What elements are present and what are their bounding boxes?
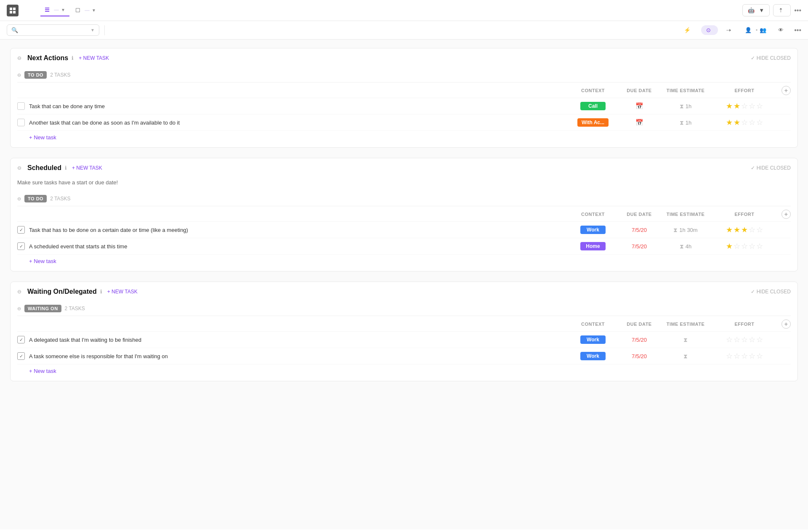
star-empty: ☆ <box>749 351 755 361</box>
task-checkbox-t6[interactable]: ✓ <box>17 352 25 360</box>
task-due-date-t6[interactable]: 7/5/20 <box>618 353 660 359</box>
check-icon: ✓ <box>751 165 755 171</box>
task-checkbox-t2[interactable] <box>17 119 25 126</box>
star-empty: ☆ <box>749 101 755 111</box>
timer-icon: ⧗ <box>680 243 684 250</box>
star-empty: ☆ <box>734 335 740 344</box>
task-due-date-t2[interactable]: 📅 <box>618 119 660 126</box>
task-context-t3[interactable]: Work <box>568 226 618 234</box>
task-checkbox-t3[interactable]: ✓ <box>17 226 25 234</box>
show-button[interactable]: 👁 <box>775 25 789 35</box>
automate-button[interactable]: 🤖 ▼ <box>742 4 770 16</box>
check-icon: ✓ <box>751 289 755 295</box>
new-task-link-todo-2[interactable]: + New task <box>17 255 791 264</box>
toolbar-divider <box>104 25 105 35</box>
automate-icon: 🤖 <box>748 7 755 13</box>
section-header-waiting: ⊖ Waiting On/Delegated ℹ + NEW TASK ✓ HI… <box>11 282 797 301</box>
section-waiting: ⊖ Waiting On/Delegated ℹ + NEW TASK ✓ HI… <box>10 282 798 381</box>
task-effort-t5[interactable]: ☆☆☆☆☆ <box>711 335 778 344</box>
tab-guide[interactable]: ☐ ▼ <box>71 5 100 16</box>
star-empty: ☆ <box>741 242 748 251</box>
section-toggle-scheduled[interactable]: ⊖ <box>17 165 24 171</box>
section-header-next-actions: ⊖ Next Actions ℹ + NEW TASK ✓ HIDE CLOSE… <box>11 48 797 68</box>
star-empty: ☆ <box>756 225 763 234</box>
group-toggle-todo-2[interactable]: ⊖ <box>17 196 21 202</box>
section-hide-closed-scheduled[interactable]: ✓ HIDE CLOSED <box>751 165 791 171</box>
filter-button[interactable]: ⚡ <box>680 25 696 35</box>
svg-rect-3 <box>13 11 16 13</box>
task-time-estimate-t4: ⧗ 4h <box>660 243 711 250</box>
group-toggle-todo-1[interactable]: ⊖ <box>17 72 21 78</box>
task-effort-t6[interactable]: ☆☆☆☆☆ <box>711 351 778 361</box>
section-toggle-waiting[interactable]: ⊖ <box>17 289 24 295</box>
task-context-t6[interactable]: Work <box>568 352 618 360</box>
task-context-t1[interactable]: Call <box>568 102 618 110</box>
task-checkbox-t4[interactable]: ✓ <box>17 242 25 250</box>
task-time-estimate-t5: ⧗ <box>660 336 711 343</box>
task-due-date-t3[interactable]: 7/5/20 <box>618 227 660 233</box>
tab-home[interactable]: ☰ ▼ <box>40 4 69 16</box>
task-row-t2: Another task that can be done as soon as… <box>17 114 791 131</box>
star-empty: ☆ <box>726 351 733 361</box>
me-button[interactable]: 👤 • 👥 <box>742 25 770 35</box>
task-checkbox-t5[interactable]: ✓ <box>17 336 25 343</box>
task-due-date-t1[interactable]: 📅 <box>618 102 660 110</box>
more-options-icon[interactable]: ••• <box>794 7 801 14</box>
task-context-t4[interactable]: Home <box>568 242 618 250</box>
task-group-waiting-1: ⊖ WAITING ON 2 TASKS CONTEXT DUE DATE TI… <box>11 301 797 381</box>
new-task-link-waiting-1[interactable]: + New task <box>17 364 791 374</box>
group-status-badge-waiting-1: WAITING ON <box>24 305 61 312</box>
task-context-t5[interactable]: Work <box>568 335 618 344</box>
section-new-task-scheduled[interactable]: + NEW TASK <box>72 165 102 171</box>
task-checkbox-t1[interactable] <box>17 102 25 110</box>
context-badge-t5: Work <box>580 335 606 344</box>
section-new-task-next-actions[interactable]: + NEW TASK <box>79 55 109 61</box>
section-info-icon-next-actions[interactable]: ℹ <box>72 55 74 61</box>
add-column-button[interactable]: + <box>781 319 791 329</box>
task-effort-t3[interactable]: ★★★☆☆ <box>711 225 778 234</box>
task-row-t1: Task that can be done any time Call 📅 ⧗ … <box>17 98 791 114</box>
section-info-icon-scheduled[interactable]: ℹ <box>65 165 67 171</box>
star-filled: ★ <box>734 101 740 111</box>
group-by-button[interactable]: ⊙ <box>701 25 718 35</box>
star-empty: ☆ <box>749 242 755 251</box>
add-column-button[interactable]: + <box>781 210 791 219</box>
task-group-todo-1: ⊖ TO DO 2 TASKS CONTEXT DUE DATE TIME ES… <box>11 68 797 147</box>
toolbar-more-icon[interactable]: ••• <box>794 27 801 34</box>
task-due-date-t4[interactable]: 7/5/20 <box>618 243 660 250</box>
timer-icon: ⧗ <box>683 336 688 343</box>
col-context-header: CONTEXT <box>568 322 618 327</box>
tab-home-icon: ☰ <box>45 7 50 13</box>
section-hide-closed-waiting[interactable]: ✓ HIDE CLOSED <box>751 289 791 295</box>
header: ☰ ▼ ☐ ▼ 🤖 ▼ ⇡ ••• <box>0 0 808 21</box>
task-effort-t1[interactable]: ★★☆☆☆ <box>711 101 778 111</box>
section-info-icon-waiting[interactable]: ℹ <box>100 289 102 295</box>
search-box[interactable]: 🔍 ▼ <box>7 24 99 36</box>
col-time-estimate-header: TIME ESTIMATE <box>660 322 711 327</box>
task-name-t5: A delegated task that I'm waiting to be … <box>29 337 568 343</box>
star-filled: ★ <box>734 118 740 127</box>
toolbar: 🔍 ▼ ⚡ ⊙ ⇢ 👤 • 👥 👁 ••• <box>0 21 808 40</box>
subtasks-button[interactable]: ⇢ <box>723 25 736 35</box>
view-tab[interactable] <box>102 8 110 13</box>
app-icon <box>7 5 19 16</box>
task-due-date-t5[interactable]: 7/5/20 <box>618 337 660 343</box>
section-toggle-next-actions[interactable]: ⊖ <box>17 55 24 61</box>
col-due-date-header: DUE DATE <box>618 88 660 93</box>
share-button[interactable]: ⇡ <box>773 4 791 16</box>
task-effort-t4[interactable]: ★☆☆☆☆ <box>711 242 778 251</box>
effort-stars: ☆☆☆☆☆ <box>726 335 763 344</box>
col-effort-header: EFFORT <box>711 212 778 217</box>
context-badge-t6: Work <box>580 352 606 360</box>
group-task-count-todo-2: 2 TASKS <box>50 196 70 202</box>
task-effort-t2[interactable]: ★★☆☆☆ <box>711 118 778 127</box>
section-hide-closed-next-actions[interactable]: ✓ HIDE CLOSED <box>751 55 791 61</box>
new-task-link-todo-1[interactable]: + New task <box>17 131 791 141</box>
col-context-header: CONTEXT <box>568 88 618 93</box>
effort-stars: ★★☆☆☆ <box>726 118 763 127</box>
section-new-task-waiting[interactable]: + NEW TASK <box>107 289 138 295</box>
share-icon: ⇡ <box>779 7 783 13</box>
group-toggle-waiting-1[interactable]: ⊖ <box>17 306 21 311</box>
add-column-button[interactable]: + <box>781 86 791 95</box>
task-context-t2[interactable]: With Ac... <box>568 118 618 127</box>
